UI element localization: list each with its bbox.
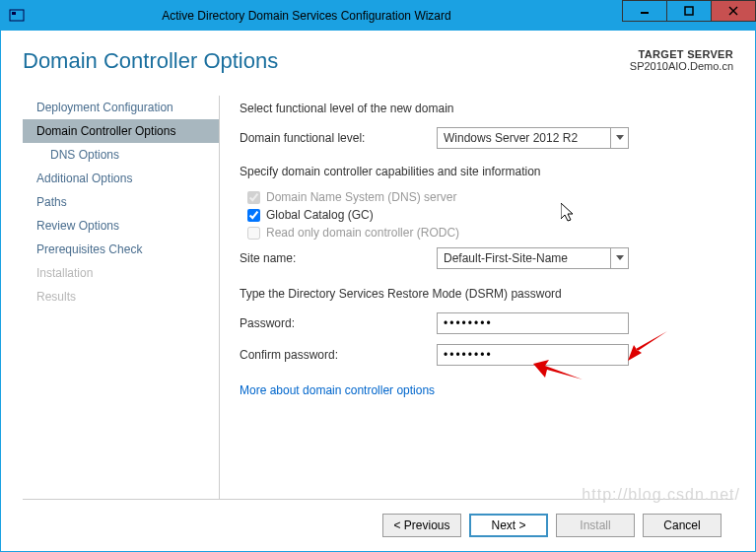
site-name-label: Site name: <box>240 251 437 265</box>
more-info-link[interactable]: More about domain controller options <box>240 383 723 397</box>
rodc-checkbox: Read only domain controller (RODC) <box>247 226 723 240</box>
password-label: Password: <box>240 316 437 330</box>
dns-checkbox-input <box>247 191 260 204</box>
dns-checkbox: Domain Name System (DNS) server <box>247 190 723 204</box>
wizard-sidebar: Deployment Configuration Domain Controll… <box>23 96 220 499</box>
sidebar-item-additional-options[interactable]: Additional Options <box>23 167 219 190</box>
target-server-label: TARGET SERVER <box>630 48 733 60</box>
minimize-button[interactable] <box>622 0 667 22</box>
sidebar-item-dc-options[interactable]: Domain Controller Options <box>23 119 219 143</box>
password-input[interactable] <box>437 312 629 334</box>
maximize-button[interactable] <box>666 0 712 22</box>
install-button: Install <box>556 514 635 537</box>
rodc-checkbox-input <box>247 227 260 240</box>
functional-level-label: Domain functional level: <box>240 131 437 145</box>
next-button[interactable]: Next > <box>469 514 548 537</box>
target-server-value: SP2010AIO.Demo.cn <box>630 60 733 72</box>
chevron-down-icon <box>610 128 628 148</box>
sidebar-item-installation: Installation <box>23 261 219 285</box>
dsrm-title: Type the Directory Services Restore Mode… <box>240 287 723 301</box>
gc-checkbox-input[interactable] <box>247 209 260 222</box>
cancel-button[interactable]: Cancel <box>643 514 722 537</box>
sidebar-item-prereq-check[interactable]: Prerequisites Check <box>23 238 219 261</box>
gc-checkbox[interactable]: Global Catalog (GC) <box>247 208 723 222</box>
site-name-value: Default-First-Site-Name <box>444 251 568 265</box>
previous-button[interactable]: < Previous <box>382 514 461 537</box>
confirm-password-input[interactable] <box>437 344 629 366</box>
sidebar-item-results: Results <box>23 285 219 309</box>
sidebar-item-review-options[interactable]: Review Options <box>23 214 219 238</box>
confirm-password-label: Confirm password: <box>240 348 437 362</box>
window-title: Active Directory Domain Services Configu… <box>0 9 622 23</box>
sidebar-item-paths[interactable]: Paths <box>23 190 219 214</box>
svg-rect-3 <box>685 7 693 15</box>
sidebar-item-dns-options[interactable]: DNS Options <box>23 143 219 167</box>
svg-line-5 <box>729 7 737 15</box>
functional-level-select[interactable]: Windows Server 2012 R2 <box>437 127 629 149</box>
page-title: Domain Controller Options <box>23 48 278 74</box>
sidebar-item-deployment-config[interactable]: Deployment Configuration <box>23 96 219 119</box>
site-name-select[interactable]: Default-First-Site-Name <box>437 247 629 269</box>
target-server-block: TARGET SERVER SP2010AIO.Demo.cn <box>630 48 733 72</box>
capabilities-title: Specify domain controller capabilities a… <box>240 165 723 178</box>
chevron-down-icon <box>610 248 628 268</box>
svg-marker-7 <box>616 255 624 260</box>
svg-line-4 <box>729 7 737 15</box>
functional-level-value: Windows Server 2012 R2 <box>444 131 578 145</box>
close-button[interactable] <box>711 0 756 22</box>
svg-marker-6 <box>616 135 624 140</box>
functional-level-title: Select functional level of the new domai… <box>240 102 723 115</box>
